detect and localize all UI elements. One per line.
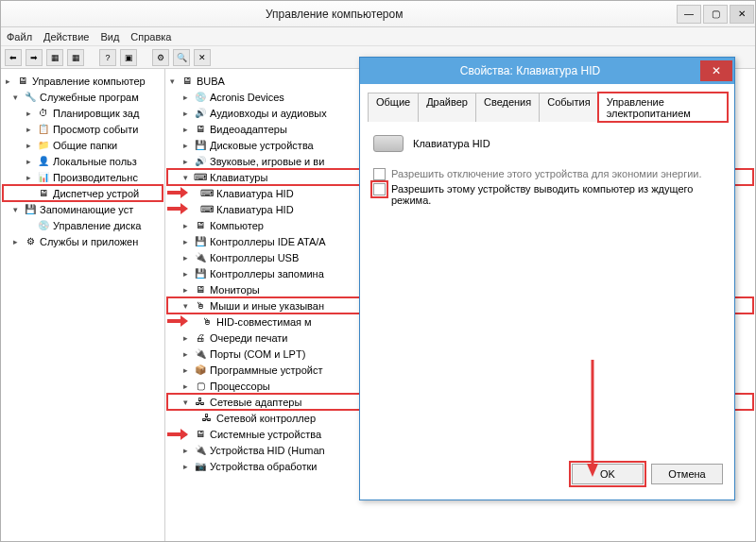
tb-5[interactable]: ⚙ [152,49,169,66]
dialog-titlebar: Свойства: Клавиатура HID ✕ [360,58,734,84]
tree-item[interactable]: ▾💾Запоминающие уст [3,201,163,217]
tree-item[interactable]: ▸📋Просмотр событи [3,121,163,137]
tab-details[interactable]: Сведения [475,93,540,122]
checkbox-allow-wake[interactable] [373,183,386,195]
cancel-button[interactable]: Отмена [651,464,723,484]
tree-item[interactable]: ▸📁Общие папки [3,137,163,153]
minimize-button[interactable]: — [677,5,701,24]
menubar: Файл Действие Вид Справка [1,27,755,46]
option-allow-turnoff: Разрешить отключение этого устройства дл… [373,168,721,180]
tree-item[interactable]: 💿Управление диска [3,217,163,233]
tree-item[interactable]: ▸⏱Планировщик зад [3,105,163,121]
menu-file[interactable]: Файл [7,31,32,42]
tree-item[interactable]: ▾🔧Служебные програм [3,89,163,105]
option-allow-wake: Разрешить этому устройству выводить комп… [373,183,721,206]
tb-1[interactable]: ▦ [46,49,63,66]
dialog-close-button[interactable]: ✕ [700,60,732,81]
properties-dialog: Свойства: Клавиатура HID ✕ Общие Драйвер… [359,57,735,500]
tb-2[interactable]: ▦ [67,49,84,66]
tab-power-management[interactable]: Управление электропитанием [598,93,728,122]
tree-item[interactable]: ▸📊Производительнс [3,169,163,185]
menu-action[interactable]: Действие [43,31,89,42]
tab-general[interactable]: Общие [368,93,419,122]
dialog-title: Свойства: Клавиатура HID [360,64,700,77]
device-name: Клавиатура HID [413,138,490,149]
tab-driver[interactable]: Драйвер [418,93,476,122]
titlebar: Управление компьютером — ▢ ✕ [1,1,755,27]
ok-button[interactable]: OK [572,464,644,484]
tree-root[interactable]: ▸🖥Управление компьютер [3,73,163,89]
close-button[interactable]: ✕ [730,5,754,24]
tree-item[interactable]: ▸⚙Службы и приложен [3,233,163,249]
tree-item[interactable]: ▸👤Локальные польз [3,153,163,169]
fwd-button[interactable]: ➡ [26,49,43,66]
tb-3[interactable]: ? [99,49,116,66]
maximize-button[interactable]: ▢ [703,5,728,24]
back-button[interactable]: ⬅ [5,49,22,66]
window-title: Управление компьютером [171,8,676,21]
tree-device-manager[interactable]: 🖥Диспетчер устрой [3,185,163,201]
left-tree: ▸🖥Управление компьютер ▾🔧Служебные прогр… [1,69,165,541]
dialog-tabs: Общие Драйвер Сведения События Управлени… [368,92,727,122]
tb-7[interactable]: ✕ [194,49,211,66]
keyboard-icon [373,135,404,152]
menu-view[interactable]: Вид [100,31,119,42]
tab-events[interactable]: События [539,93,598,122]
device-header: Клавиатура HID [368,122,727,160]
checkbox-allow-turnoff [373,168,386,180]
tb-6[interactable]: 🔍 [173,49,190,66]
menu-help[interactable]: Справка [130,31,171,42]
tb-4[interactable]: ▣ [120,49,137,66]
